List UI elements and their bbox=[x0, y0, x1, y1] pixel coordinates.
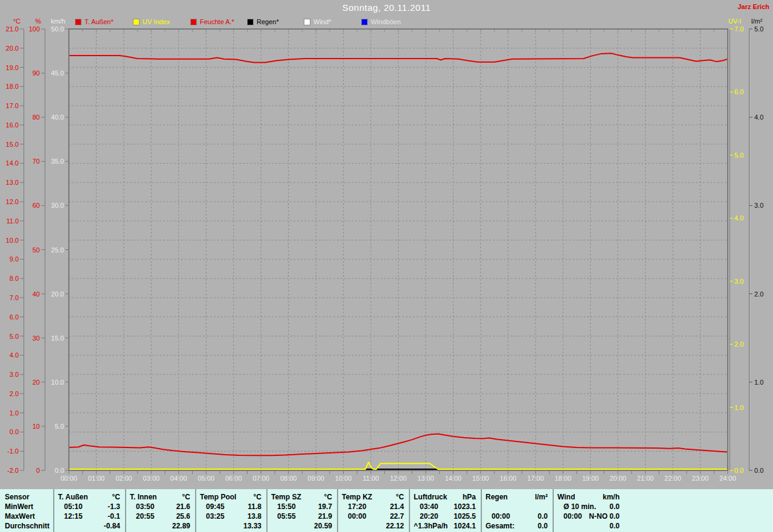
axis-uv-tick-label: 3.0 bbox=[734, 278, 743, 285]
sensor-unit: hPa bbox=[463, 492, 476, 502]
sensor-name: Wind bbox=[557, 492, 575, 502]
x-tick-label: 23:00 bbox=[692, 475, 709, 482]
axis-temp-tick-label: 5.0 bbox=[10, 333, 19, 340]
series-t-au-en bbox=[69, 434, 728, 456]
axis-uv-tick-label: 7.0 bbox=[734, 25, 743, 33]
min-value: 1023.1 bbox=[454, 502, 476, 511]
max-value: -0.1 bbox=[107, 511, 120, 521]
x-tick-label: 06:00 bbox=[225, 475, 242, 482]
axis-windspeed-tick-label: 15.0 bbox=[51, 335, 64, 342]
x-tick-label: 12:00 bbox=[390, 475, 407, 482]
x-tick-label: 04:00 bbox=[170, 475, 187, 482]
avg-value: 13.33 bbox=[243, 521, 261, 531]
stats-row-label: MinWert bbox=[5, 502, 57, 511]
axis-windspeed-tick-label: 0.0 bbox=[55, 467, 64, 474]
max-time: 20:20 bbox=[420, 511, 438, 521]
max-value: 21.9 bbox=[318, 511, 332, 521]
max-time: 05:55 bbox=[277, 511, 296, 521]
sensor-name: T. Innen bbox=[130, 492, 157, 502]
avg-value: 0.0 bbox=[609, 521, 620, 531]
axis-humidity-tick-label: 100 bbox=[29, 25, 40, 33]
min-value: 21.4 bbox=[390, 502, 404, 511]
min-time: Ø 10 min. bbox=[563, 502, 596, 511]
x-tick-label: 09:00 bbox=[307, 475, 324, 482]
axis-humidity-tick-label: 10 bbox=[33, 423, 40, 430]
axis-temp-tick-label: 2.0 bbox=[10, 390, 19, 397]
max-value: 1025.5 bbox=[454, 511, 476, 521]
min-time: 09:45 bbox=[206, 502, 225, 511]
max-time: 12:15 bbox=[64, 511, 83, 521]
stats-row-labels: Sensor MinWert MaxWert Durchschnitt bbox=[0, 492, 57, 531]
sensor-column-t-innen: T. Innen°C03:5021.620:5525.622.89 bbox=[125, 489, 195, 532]
avg-value: 1024.1 bbox=[454, 521, 476, 531]
axis-humidity-tick-label: 40 bbox=[33, 290, 40, 298]
max-time: 00:00 bbox=[492, 511, 510, 521]
weather-day-chart: 21.020.019.018.017.016.015.014.013.012.0… bbox=[0, 0, 773, 489]
sensor-unit: °C bbox=[182, 492, 190, 502]
sensor-name: Temp SZ bbox=[271, 492, 301, 502]
sensor-name: Temp Pool bbox=[200, 492, 236, 502]
avg-label: ^1.3hPa/h bbox=[414, 521, 447, 531]
axis-temp-tick-label: 16.0 bbox=[6, 121, 19, 129]
weather-station-window: Sonntag, 20.11.2011 Jarz Erich °C % km/h… bbox=[0, 0, 773, 532]
min-time: 03:50 bbox=[136, 502, 155, 511]
axis-windspeed-tick-label: 10.0 bbox=[51, 379, 64, 386]
max-time: 00:00 bbox=[563, 511, 582, 521]
axis-rain-tick-label: 0.0 bbox=[754, 467, 763, 474]
axis-windspeed-tick-label: 40.0 bbox=[51, 114, 64, 121]
axis-windspeed-tick-label: 5.0 bbox=[55, 423, 64, 430]
axis-humidity-tick-label: 20 bbox=[33, 379, 40, 386]
avg-value: 20.59 bbox=[314, 521, 332, 531]
axis-uv-tick-label: 5.0 bbox=[734, 152, 743, 159]
axis-rain-tick-label: 5.0 bbox=[754, 25, 763, 33]
x-tick-label: 20:00 bbox=[609, 475, 626, 482]
axis-uv-tick-label: 4.0 bbox=[734, 214, 743, 222]
axis-humidity-tick-label: 80 bbox=[33, 114, 40, 121]
axis-uv-tick-label: 6.0 bbox=[734, 88, 743, 95]
axis-rain-tick-label: 3.0 bbox=[754, 202, 763, 209]
axis-temp-tick-label: 10.0 bbox=[6, 237, 19, 244]
x-tick-label: 18:00 bbox=[554, 475, 571, 482]
sensor-unit: °C bbox=[254, 492, 261, 502]
x-tick-label: 08:00 bbox=[280, 475, 297, 482]
sensor-unit: °C bbox=[324, 492, 332, 502]
axis-windspeed-tick-label: 50.0 bbox=[51, 25, 64, 33]
axis-uv-tick-label: 2.0 bbox=[734, 341, 743, 348]
max-time: 03:25 bbox=[206, 511, 225, 521]
min-value: -1.3 bbox=[107, 502, 120, 511]
axis-temp-tick-label: 11.0 bbox=[6, 217, 19, 225]
axis-temp-tick-label: 15.0 bbox=[6, 141, 19, 148]
axis-humidity-tick-label: 0 bbox=[36, 467, 40, 474]
sensor-unit: km/h bbox=[603, 492, 620, 502]
stats-row-label: Sensor bbox=[5, 492, 57, 502]
axis-temp-tick-label: 7.0 bbox=[10, 294, 19, 301]
axis-temp-tick-label: 4.0 bbox=[10, 351, 19, 359]
axis-temp-tick-label: 14.0 bbox=[6, 159, 19, 167]
max-value: 22.7 bbox=[390, 511, 404, 521]
axis-windspeed-tick-label: 25.0 bbox=[51, 246, 64, 254]
axis-temp-tick-label: 9.0 bbox=[10, 255, 19, 263]
avg-value: 0.0 bbox=[537, 521, 548, 531]
avg-label: Gesamt: bbox=[486, 521, 515, 531]
sensor-name: Luftdruck bbox=[414, 492, 447, 502]
avg-value: 22.89 bbox=[172, 521, 190, 531]
sensor-column-temp-sz: Temp SZ°C15:5019.705:5521.920.59 bbox=[266, 489, 337, 532]
min-value: 11.8 bbox=[248, 502, 261, 511]
axis-windspeed-tick-label: 20.0 bbox=[51, 290, 64, 298]
sensor-column-temp-kz: Temp KZ°C17:2021.400:0022.722.12 bbox=[337, 489, 409, 532]
sensor-name: Regen bbox=[486, 492, 508, 502]
min-value: 21.6 bbox=[176, 502, 190, 511]
axis-temp-tick-label: 19.0 bbox=[6, 64, 19, 71]
axis-temp-tick-label: 1.0 bbox=[10, 409, 19, 417]
axis-temp-tick-label: 18.0 bbox=[6, 83, 19, 90]
x-tick-label: 17:00 bbox=[527, 475, 544, 482]
max-value: 25.6 bbox=[176, 511, 190, 521]
avg-value: 22.12 bbox=[386, 521, 404, 531]
sensor-column-wind: Windkm/hØ 10 min.0.000:00N-NO 0.00.0 bbox=[553, 489, 624, 532]
stats-row-label: MaxWert bbox=[5, 511, 57, 521]
x-tick-label: 11:00 bbox=[363, 475, 379, 482]
axis-temp-tick-label: 0.0 bbox=[10, 428, 19, 435]
axis-temp-tick-label: 6.0 bbox=[10, 313, 19, 321]
x-tick-label: 02:00 bbox=[115, 475, 132, 482]
axis-humidity-tick-label: 60 bbox=[33, 202, 40, 209]
